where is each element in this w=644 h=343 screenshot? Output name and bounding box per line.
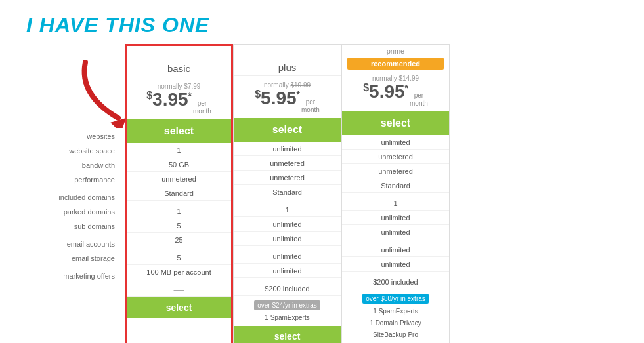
- prime-extras-item-1: 1 Domain Privacy: [345, 317, 446, 329]
- plus-feat-bandwidth: unmetered: [234, 171, 341, 185]
- label-bandwidth: bandwidth: [13, 158, 118, 172]
- prime-feat-email-accounts: unlimited: [342, 243, 449, 257]
- prime-feat-performance: Standard: [342, 178, 449, 193]
- prime-per: permonth: [410, 92, 428, 108]
- prime-feat-space: unmetered: [342, 150, 449, 164]
- prime-extras-item-0: 1 SpamExperts: [345, 305, 446, 317]
- plan-prime: prime recommended normally $14.99 $5.95*…: [341, 44, 450, 343]
- plus-amount: 5.95: [261, 88, 297, 108]
- label-marketing-offers: marketing offers: [13, 269, 118, 283]
- plus-per: permonth: [301, 98, 320, 114]
- prime-feat-sub: unlimited: [342, 225, 449, 239]
- prime-recommended-badge: recommended: [347, 58, 444, 70]
- prime-dollar: $: [363, 82, 369, 93]
- plans-area: basic normally $7.99 $3.95* permonth sel…: [125, 44, 644, 343]
- label-performance: performance: [13, 172, 118, 187]
- basic-per: permonth: [193, 100, 211, 115]
- prime-extras-badge: over $80/yr in extras: [362, 294, 429, 304]
- plus-feat-marketing: $200 included: [234, 281, 341, 296]
- label-email-accounts: email accounts: [13, 237, 118, 251]
- basic-price: $3.95*: [146, 90, 192, 110]
- basic-feat-websites: 1: [127, 143, 231, 157]
- basic-feat-bandwidth: unmetered: [127, 172, 231, 186]
- prime-feat-parked: unlimited: [342, 211, 449, 225]
- prime-extras-item-2: SiteBackup Pro: [345, 329, 446, 340]
- prime-price: $5.95*: [363, 82, 408, 102]
- plus-top-spacer: [234, 45, 341, 58]
- label-website-space: website space: [13, 144, 118, 158]
- basic-feat-included-domains: 1: [127, 204, 231, 218]
- prime-amount: 5.95: [369, 81, 405, 102]
- basic-plan-name: basic: [127, 59, 231, 77]
- plus-feat-sub: unlimited: [234, 232, 341, 246]
- plan-plus: plus normally $10.99 $5.95* permonth sel…: [233, 44, 341, 343]
- plus-select-bottom-button[interactable]: select: [234, 326, 341, 343]
- prime-feat-marketing: $200 included: [342, 275, 449, 289]
- prime-select-top-button[interactable]: select: [342, 111, 449, 135]
- prime-features: unlimited unmetered unmetered Standard 1…: [342, 135, 449, 289]
- page-title: I HAVE THIS ONE: [0, 13, 644, 37]
- plus-feat-email-storage: unlimited: [234, 264, 341, 278]
- basic-top-spacer: [127, 46, 231, 59]
- page-wrapper: I HAVE THIS ONE websites website space b…: [0, 0, 644, 343]
- basic-feat-email-storage: 100 MB per account: [127, 265, 231, 279]
- prime-feat-websites: unlimited: [342, 135, 449, 150]
- plus-select-top-button[interactable]: select: [234, 118, 341, 142]
- plus-extras-item-0: 1 SpamExperts: [237, 312, 337, 323]
- prime-price-area: normally $14.99 $5.95* permonth: [342, 70, 449, 111]
- basic-price-area: normally $7.99 $3.95* permonth: [127, 77, 231, 119]
- plus-star: *: [297, 89, 300, 100]
- basic-feat-parked: 5: [127, 218, 231, 233]
- basic-star: *: [188, 91, 192, 101]
- label-parked-domains: parked domains: [13, 205, 118, 219]
- prime-star: *: [405, 83, 408, 93]
- plus-feat-email-accounts: unlimited: [234, 249, 341, 264]
- prime-extras-section: over $80/yr in extras 1 SpamExperts 1 Do…: [342, 289, 449, 343]
- plus-extras-badge: over $24/yr in extras: [254, 300, 320, 310]
- basic-select-top-button[interactable]: select: [127, 119, 231, 143]
- plus-dollar: $: [255, 89, 261, 100]
- label-included-domains: included domains: [13, 190, 118, 205]
- prime-feat-bandwidth: unmetered: [342, 164, 449, 178]
- plus-feat-parked: unlimited: [234, 217, 341, 232]
- basic-features: 1 50 GB unmetered Standard 1 5 25 5 100 …: [127, 143, 231, 297]
- plan-basic: basic normally $7.99 $3.95* permonth sel…: [125, 44, 233, 343]
- plus-feat-space: unmetered: [234, 156, 341, 171]
- plus-features: unlimited unmetered unmetered Standard 1…: [234, 142, 341, 296]
- prime-top-label: prime: [342, 45, 449, 58]
- basic-marketing-dash: —: [174, 284, 184, 296]
- plus-feat-performance: Standard: [234, 185, 341, 199]
- prime-feat-email-storage: unlimited: [342, 257, 449, 272]
- prime-feat-included-domains: 1: [342, 196, 449, 211]
- basic-select-bottom-button[interactable]: select: [127, 297, 231, 318]
- basic-feat-email-accounts: 5: [127, 251, 231, 265]
- label-email-storage: email storage: [13, 251, 118, 266]
- basic-feat-space: 50 GB: [127, 157, 231, 172]
- plus-price: $5.95*: [255, 89, 300, 109]
- basic-feat-sub: 25: [127, 233, 231, 247]
- plus-price-area: normally $10.99 $5.95* permonth: [234, 76, 341, 118]
- plus-feat-included-domains: 1: [234, 203, 341, 217]
- basic-feat-marketing: —: [127, 283, 231, 297]
- basic-amount: 3.95: [152, 89, 188, 110]
- plus-plan-name: plus: [234, 58, 341, 76]
- plus-feat-websites: unlimited: [234, 142, 341, 156]
- label-sub-domains: sub domains: [13, 219, 118, 233]
- basic-feat-performance: Standard: [127, 186, 231, 201]
- plus-extras-section: over $24/yr in extras 1 SpamExperts: [234, 296, 341, 326]
- basic-dollar: $: [146, 90, 152, 101]
